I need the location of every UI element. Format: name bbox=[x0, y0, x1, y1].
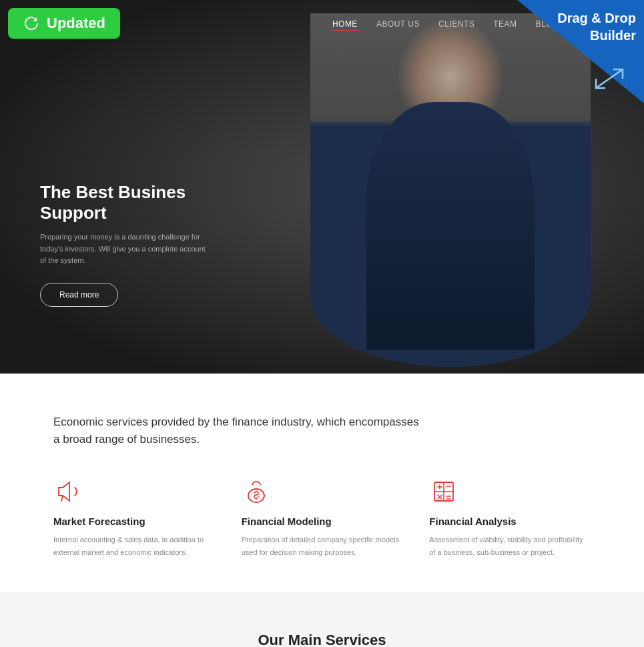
sync-icon bbox=[23, 15, 40, 32]
nav-item-team[interactable]: TEAM bbox=[493, 17, 517, 29]
nav-item-about[interactable]: ABOUT US bbox=[376, 17, 420, 29]
service-desc-market: Internal accounting & sales data, in add… bbox=[53, 534, 215, 558]
dnd-badge-text: Drag & Drop Builder bbox=[557, 9, 636, 44]
calculator-icon bbox=[429, 477, 458, 506]
hero-image bbox=[310, 13, 591, 367]
service-title-market: Market Forecasting bbox=[53, 516, 215, 527]
svg-line-0 bbox=[596, 69, 623, 88]
services-intro: Economic services provided by the financ… bbox=[53, 414, 427, 448]
megaphone-icon bbox=[53, 477, 83, 506]
hero-cta-button[interactable]: Read more bbox=[40, 283, 118, 307]
dnd-arrows-icon bbox=[593, 67, 625, 91]
service-item-analysis: Financial Analysis Assessment of viabili… bbox=[429, 477, 591, 558]
service-desc-modeling: Preparation of detailed company specific… bbox=[242, 534, 403, 558]
main-services-title: Our Main Services bbox=[53, 632, 591, 647]
main-services-section: Our Main Services Economic services prov… bbox=[0, 592, 644, 647]
service-item-modeling: Financial Modeling Preparation of detail… bbox=[242, 477, 403, 558]
updated-label: Updated bbox=[47, 15, 105, 32]
service-desc-analysis: Assessment of viability, stability and p… bbox=[429, 534, 591, 558]
money-bag-icon bbox=[242, 477, 271, 506]
service-title-analysis: Financial Analysis bbox=[429, 516, 591, 527]
services-grid: Market Forecasting Internal accounting &… bbox=[53, 477, 591, 558]
services-section: Economic services provided by the financ… bbox=[0, 374, 644, 592]
updated-badge: Updated bbox=[8, 8, 120, 39]
nav-link-clients[interactable]: CLIENTS bbox=[438, 19, 474, 29]
hero-section: C HOME ABOUT US CLIENTS TEAM BLOG CONTAC… bbox=[0, 0, 644, 374]
hero-content: The Best Busines Support Preparing your … bbox=[40, 182, 254, 307]
hero-title: The Best Busines Support bbox=[40, 182, 254, 223]
nav-item-home[interactable]: HOME bbox=[332, 17, 358, 29]
nav-link-about[interactable]: ABOUT US bbox=[376, 19, 420, 29]
service-title-modeling: Financial Modeling bbox=[242, 516, 403, 527]
hero-subtitle: Preparing your money is a daunting chall… bbox=[40, 231, 214, 267]
nav-link-team[interactable]: TEAM bbox=[493, 19, 517, 29]
nav-link-home[interactable]: HOME bbox=[332, 19, 358, 31]
nav-item-clients[interactable]: CLIENTS bbox=[438, 17, 474, 29]
hero-figure bbox=[310, 13, 591, 367]
service-item-market: Market Forecasting Internal accounting &… bbox=[53, 477, 215, 558]
